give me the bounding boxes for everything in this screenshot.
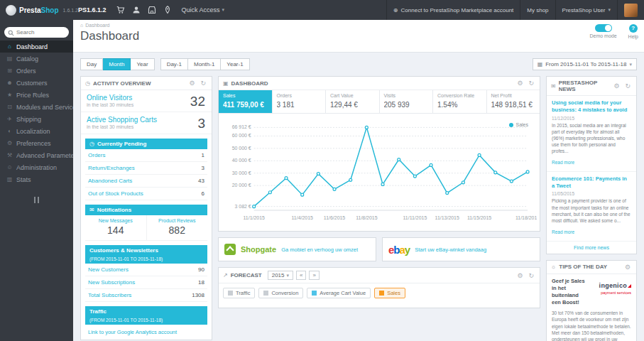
find-more-news-link[interactable]: Find more news xyxy=(547,242,636,254)
news-article-title-link[interactable]: Ecommerce 101: Payments in a Tweet xyxy=(552,175,631,190)
abandoned-carts-row[interactable]: Abandoned Carts43 xyxy=(85,175,207,188)
svg-text:11/15/2015: 11/15/2015 xyxy=(467,215,491,220)
dashboard-panel: ▣ DASHBOARD ⚙ ↻ Sales411 759,00 € Orders… xyxy=(218,76,540,232)
google-analytics-link[interactable]: Link to your Google Analytics account xyxy=(81,325,212,340)
new-messages-cell[interactable]: New Messages144 xyxy=(85,215,146,240)
pending-returns-row[interactable]: Return/Exchanges3 xyxy=(85,162,207,175)
kpi-sales[interactable]: Sales411 759,00 € xyxy=(219,90,273,113)
kpi-conversion-rate[interactable]: Conversion Rate1.54% xyxy=(433,90,487,113)
refresh-icon[interactable]: ↻ xyxy=(199,80,207,87)
user-icon[interactable] xyxy=(129,0,143,20)
period-day-button[interactable]: Day xyxy=(80,58,103,70)
user-avatar-wrap[interactable] xyxy=(617,0,644,20)
traffic-series-swatch xyxy=(228,291,233,296)
sidebar-item-dashboard[interactable]: ⌂Dashboard xyxy=(0,40,73,53)
my-shop-link[interactable]: My shop xyxy=(520,0,555,20)
year-select[interactable]: 2015▾ xyxy=(268,271,293,280)
svg-text:11/11/2015: 11/11/2015 xyxy=(403,215,427,220)
gear-icon[interactable]: ⚙ xyxy=(515,80,524,87)
new-subscriptions-row[interactable]: New Subscriptions18 xyxy=(85,276,207,289)
sidebar-item-advanced-parameters[interactable]: ⚒Advanced Parameters xyxy=(0,149,73,161)
notifications-header: ✉Notifications xyxy=(85,205,207,215)
demo-mode-toggle[interactable] xyxy=(595,24,612,32)
ebay-promo[interactable]: ebay Start uw eBay-winkel vandaag xyxy=(382,237,540,261)
period-year-button[interactable]: Year xyxy=(131,58,154,70)
sidebar-item-orders[interactable]: ⊞Orders xyxy=(0,65,73,77)
prestashop-logo[interactable]: PrestaShop 1.6.1.2 xyxy=(0,5,71,16)
refresh-icon[interactable]: ↻ xyxy=(527,272,535,279)
new-customers-row[interactable]: New Customers90 xyxy=(85,264,207,276)
kpi-row: Sales411 759,00 € Orders3 181 Cart Value… xyxy=(219,90,540,114)
ebay-promo-link[interactable]: Start uw eBay-winkel vandaag xyxy=(415,247,486,253)
online-visitors-counter[interactable]: Online Visitors in the last 30 minutes 3… xyxy=(81,90,212,112)
period-year-1-button[interactable]: Year-1 xyxy=(221,58,249,70)
svg-text:11/4/2015: 11/4/2015 xyxy=(292,215,314,220)
next-year-button[interactable]: » xyxy=(309,271,319,280)
forecast-panel: ↗ FORECAST 2015▾ « » ⚙ ↻ Traffic Convers… xyxy=(218,267,540,308)
sidebar-item-customers[interactable]: ☻Customers xyxy=(0,77,73,89)
gear-icon[interactable]: ⚙ xyxy=(515,272,524,279)
sidebar-item-catalog[interactable]: ▤Catalog xyxy=(0,53,73,65)
sidebar-item-price-rules[interactable]: ★Price Rules xyxy=(0,89,73,101)
total-subscribers-row[interactable]: Total Subscribers1308 xyxy=(85,289,207,302)
user-menu[interactable]: PrestaShop User▾ xyxy=(555,0,617,20)
quick-access-menu[interactable]: Quick Access▾ xyxy=(175,6,232,13)
gear-icon[interactable]: ⚙ xyxy=(623,264,632,271)
read-more-link[interactable]: Read more xyxy=(552,160,574,165)
svg-text:3 082 €: 3 082 € xyxy=(235,204,251,209)
forecast-legend-conversion[interactable]: Conversion xyxy=(258,288,303,298)
product-reviews-cell[interactable]: Product Reviews882 xyxy=(146,215,208,240)
collapse-sidebar-button[interactable] xyxy=(0,197,73,203)
news-article-title-link[interactable]: Using social media for your business: 4 … xyxy=(552,99,631,114)
cart-icon[interactable] xyxy=(114,0,128,20)
sidebar-item-preferences[interactable]: ⚙Preferences xyxy=(0,137,73,149)
sidebar-item-localization[interactable]: ◐Localization xyxy=(0,125,73,137)
chart-legend: Sales xyxy=(509,122,528,127)
bar-chart-icon: ▥ xyxy=(6,176,13,183)
kpi-net-profit[interactable]: Net Profit148 918,51 € xyxy=(487,90,540,113)
puzzle-icon: ⊡ xyxy=(6,104,13,110)
gear-icon[interactable]: ⚙ xyxy=(187,80,196,87)
avatar xyxy=(624,4,638,17)
prestashop-logo-icon xyxy=(6,5,16,16)
forecast-legend-average-cart-value[interactable]: Average Cart Value xyxy=(307,288,371,298)
forecast-legend-traffic[interactable]: Traffic xyxy=(223,288,255,298)
tips-panel-title: TIPS OF THE DAY xyxy=(559,264,607,270)
active-carts-counter[interactable]: Active Shopping Carts in the last 30 min… xyxy=(81,112,212,134)
sidebar-item-shipping[interactable]: ✈Shipping xyxy=(0,113,73,125)
kpi-cart-value[interactable]: Cart Value129,44 € xyxy=(326,90,380,113)
refresh-icon[interactable]: ↻ xyxy=(527,80,535,87)
gear-icon[interactable]: ⚙ xyxy=(612,82,621,90)
search-icon xyxy=(8,26,14,39)
currently-pending-header: ◷Currently Pending xyxy=(85,139,207,149)
sidebar: ⌂Dashboard ▤Catalog ⊞Orders ☻Customers ★… xyxy=(0,20,73,341)
store-icon[interactable] xyxy=(145,0,159,20)
previous-period-button-group: Day-1 Month-1 Year-1 xyxy=(160,58,250,70)
refresh-icon[interactable]: ↻ xyxy=(623,82,632,90)
svg-text:30 000 €: 30 000 € xyxy=(232,170,251,175)
period-month-button[interactable]: Month xyxy=(103,58,131,70)
sidebar-item-administration[interactable]: ☺Administration xyxy=(0,161,73,173)
shopgate-promo[interactable]: Shopgate Ga mobiel en verhoog uw omzet xyxy=(218,237,376,261)
out-of-stock-row[interactable]: Out of Stock Products6 xyxy=(85,188,207,200)
help-icon[interactable]: ? xyxy=(629,24,638,33)
sidebar-item-modules[interactable]: ⊡Modules and Services xyxy=(0,101,73,113)
collapse-sidebar-icon xyxy=(34,197,39,203)
date-range-picker[interactable]: ▦ From 2015-11-01 To 2015-11-18 ▾ xyxy=(533,58,637,70)
svg-text:11/13/2015: 11/13/2015 xyxy=(435,215,459,220)
tips-of-the-day-panel: ☼ TIPS OF THE DAY ⚙ Geef je Sales in het… xyxy=(546,260,637,341)
rocket-icon[interactable] xyxy=(160,0,175,20)
traffic-header: Traffic(FROM 2015-11-01 TO 2015-11-18) xyxy=(85,306,207,325)
kpi-orders[interactable]: Orders3 181 xyxy=(273,90,327,113)
shopgate-promo-link[interactable]: Ga mobiel en verhoog uw omzet xyxy=(281,247,358,253)
period-month-1-button[interactable]: Month-1 xyxy=(188,58,221,70)
read-more-link[interactable]: Read more xyxy=(552,229,574,234)
pending-orders-row[interactable]: Orders1 xyxy=(85,149,207,162)
kpi-visits[interactable]: Visits205 939 xyxy=(380,90,434,113)
svg-text:11/1/2015: 11/1/2015 xyxy=(243,215,265,220)
forecast-legend-sales[interactable]: Sales xyxy=(374,288,405,298)
marketplace-link[interactable]: ⊕Connect to PrestaShop Marketplace accou… xyxy=(386,0,520,20)
sidebar-item-stats[interactable]: ▥Stats xyxy=(0,173,73,185)
previous-year-button[interactable]: « xyxy=(296,271,306,280)
period-day-1-button[interactable]: Day-1 xyxy=(160,58,188,70)
